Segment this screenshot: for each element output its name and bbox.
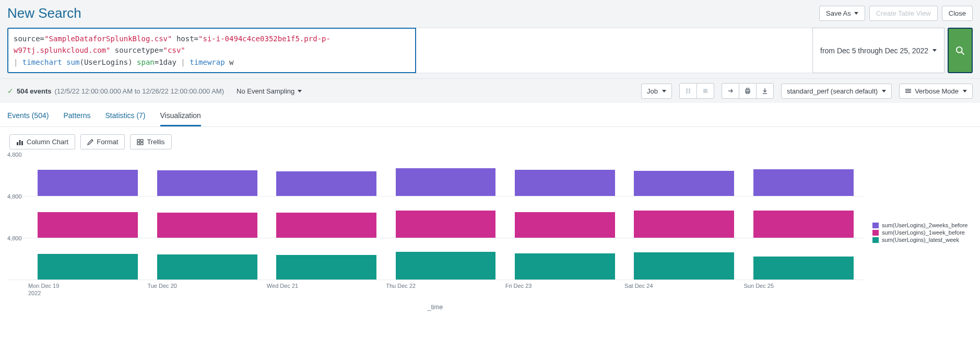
chart-bar[interactable]: [753, 257, 854, 280]
legend-swatch: [872, 237, 879, 243]
svg-rect-2: [686, 88, 688, 94]
tab-visualization[interactable]: Visualization: [160, 108, 201, 126]
legend-item[interactable]: sum(UserLogins)_latest_week: [872, 237, 973, 243]
chart-bar[interactable]: [276, 171, 376, 196]
share-button[interactable]: [722, 83, 739, 99]
stop-icon: [702, 88, 709, 94]
svg-rect-12: [19, 140, 21, 145]
tab-events[interactable]: Events (504): [7, 108, 49, 126]
x-tick-label: Thu Dec 22: [386, 282, 505, 297]
legend-label: sum(UserLogins)_2weeks_before: [882, 222, 967, 228]
legend-swatch: [872, 223, 879, 228]
y-tick-label: 4,800: [7, 193, 22, 200]
search-mode-dropdown[interactable]: standard_perf (search default): [781, 84, 892, 99]
y-tick-label: 4,800: [7, 152, 22, 158]
svg-rect-14: [137, 139, 140, 142]
legend-label: sum(UserLogins)_latest_week: [882, 237, 959, 243]
time-range-label: from Dec 5 through Dec 25, 2022: [820, 46, 928, 55]
legend-label: sum(UserLogins)_1week_before: [882, 229, 965, 236]
chart-panel: 4,800: [7, 238, 863, 280]
chart-bar[interactable]: [157, 213, 257, 238]
page-title: New Search: [7, 5, 81, 21]
column-chart-icon: [16, 139, 23, 145]
verbose-mode-dropdown[interactable]: Verbose Mode: [899, 84, 973, 99]
svg-point-0: [957, 46, 962, 52]
chart-bar[interactable]: [515, 253, 615, 280]
chart-bar[interactable]: [157, 170, 257, 196]
event-sampling-label: No Event Sampling: [237, 87, 294, 95]
chart-bar[interactable]: [634, 252, 734, 280]
y-tick-label: 4,800: [7, 235, 22, 241]
chart-panel: 4,800: [7, 196, 863, 238]
x-tick-label: Mon Dec 192022: [28, 282, 147, 297]
save-as-button[interactable]: Save As: [819, 6, 865, 21]
chart-bar[interactable]: [396, 252, 496, 280]
download-icon: [761, 87, 769, 95]
chart-bar[interactable]: [396, 211, 496, 238]
format-button[interactable]: Format: [80, 134, 125, 149]
chart-type-label: Column Chart: [27, 138, 68, 146]
chart-bar[interactable]: [753, 169, 854, 196]
caret-down-icon: [932, 49, 937, 52]
events-count: 504 events: [17, 87, 52, 95]
chart-bar[interactable]: [753, 211, 854, 238]
chart-bar[interactable]: [276, 213, 376, 238]
chart-bar[interactable]: [634, 171, 734, 196]
trellis-button[interactable]: Trellis: [130, 134, 171, 149]
export-button[interactable]: [756, 83, 774, 99]
trellis-icon: [137, 139, 144, 145]
svg-line-1: [962, 52, 964, 54]
chart-bar[interactable]: [634, 211, 734, 238]
chart-bar[interactable]: [38, 170, 138, 196]
event-sampling-dropdown[interactable]: No Event Sampling: [237, 87, 302, 95]
svg-rect-3: [689, 88, 690, 94]
chart-type-picker[interactable]: Column Chart: [9, 134, 75, 149]
job-label: Job: [647, 87, 658, 95]
search-icon: [955, 45, 965, 56]
time-range-picker[interactable]: from Dec 5 through Dec 25, 2022: [812, 28, 944, 73]
pencil-icon: [87, 139, 93, 145]
pause-icon: [685, 88, 691, 94]
legend-item[interactable]: sum(UserLogins)_1week_before: [872, 229, 973, 236]
caret-down-icon: [963, 90, 967, 92]
svg-rect-13: [21, 141, 23, 145]
chart-bar[interactable]: [515, 212, 615, 238]
x-tick-label: Tue Dec 20: [147, 282, 266, 297]
tab-patterns[interactable]: Patterns: [63, 108, 90, 126]
svg-rect-16: [137, 143, 140, 145]
format-label: Format: [97, 138, 118, 146]
pause-button: [679, 83, 697, 99]
chart-legend: sum(UserLogins)_2weeks_beforesum(UserLog…: [863, 155, 973, 311]
chart-bar[interactable]: [38, 254, 138, 280]
chart-bar[interactable]: [515, 170, 615, 196]
legend-item[interactable]: sum(UserLogins)_2weeks_before: [872, 222, 973, 228]
x-tick-label: Sun Dec 25: [744, 282, 863, 297]
verbose-label: Verbose Mode: [915, 87, 959, 95]
svg-rect-11: [17, 142, 18, 145]
search-spacer: [416, 28, 812, 73]
chart-bar[interactable]: [157, 254, 257, 280]
caret-down-icon: [298, 90, 302, 92]
search-run-button[interactable]: [948, 28, 973, 73]
x-axis-label: _time: [7, 304, 863, 311]
x-tick-label: Fri Dec 23: [505, 282, 624, 297]
caret-down-icon: [882, 90, 886, 92]
x-tick-label: Wed Dec 21: [267, 282, 386, 297]
tab-statistics[interactable]: Statistics (7): [105, 108, 146, 126]
svg-rect-4: [703, 89, 707, 93]
search-input[interactable]: source="SampleDataforSplunkBlog.csv" hos…: [7, 28, 416, 73]
print-button[interactable]: [739, 83, 757, 99]
caret-down-icon: [662, 90, 666, 92]
x-tick-label: Sat Dec 24: [624, 282, 743, 297]
svg-rect-15: [141, 139, 144, 142]
svg-rect-17: [141, 143, 144, 145]
chart: 4,8004,8004,800Mon Dec 192022Tue Dec 20W…: [0, 155, 980, 316]
chart-bar[interactable]: [396, 168, 496, 196]
chart-bar[interactable]: [38, 212, 138, 238]
job-dropdown[interactable]: Job: [641, 84, 672, 99]
list-icon: [905, 88, 912, 94]
close-button[interactable]: Close: [942, 6, 973, 21]
chart-bar[interactable]: [276, 255, 376, 280]
save-as-label: Save As: [826, 9, 851, 17]
chart-panel: 4,800: [7, 155, 863, 196]
